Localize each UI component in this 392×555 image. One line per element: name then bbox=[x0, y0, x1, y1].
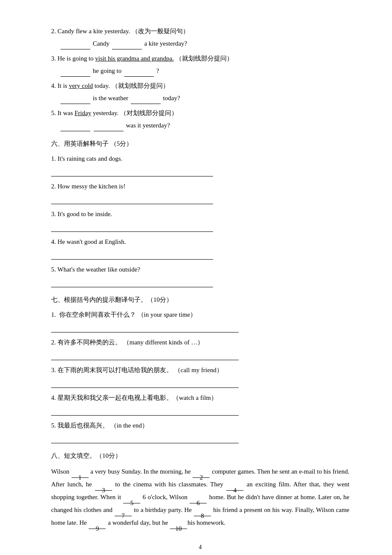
section-8: 八、短文填空。（10分） Wilson 1 a very busy Sunday… bbox=[51, 450, 349, 529]
blank-1: 1 bbox=[72, 471, 89, 478]
q4-answer: is the weather today? bbox=[60, 92, 349, 104]
blank-9: 9 bbox=[89, 522, 106, 529]
blank-6: 6 bbox=[190, 497, 207, 503]
section-7-header: 七、根据括号内的提示翻译句子。（10分） bbox=[51, 294, 349, 306]
q2-blank2 bbox=[112, 43, 142, 49]
s6-q1-text: 1. It's raining cats and dogs. bbox=[51, 155, 122, 162]
s6-q3: 3. It's good to be inside. bbox=[51, 208, 349, 232]
q5-underlined: Friday bbox=[75, 110, 91, 116]
blank-2: 2 bbox=[193, 471, 210, 478]
question-3: 3. He is going to visit his grandma and … bbox=[51, 53, 349, 77]
passage: Wilson 1 a very busy Sunday. In the morn… bbox=[51, 465, 349, 529]
s7-q2: 2. 有许多不同种类的云。 （many different kinds of …… bbox=[51, 337, 349, 360]
q2-answer: Candy a kite yesterday? bbox=[60, 38, 349, 49]
q5-text: 5. It was Friday yesterday. （对划线部分提问） bbox=[51, 107, 349, 119]
q4-underlined: very cold bbox=[69, 82, 93, 89]
blank-7: 7 bbox=[115, 509, 132, 516]
q4-blank2 bbox=[131, 97, 161, 104]
s7-q1-answer-line bbox=[51, 322, 239, 332]
s7-q5: 5. 我最后也很高兴。 （in the end） bbox=[51, 420, 349, 443]
q2-text: 2. Candy flew a kite yesterday. （改为一般疑问句… bbox=[51, 26, 349, 37]
s6-q4: 4. He wasn't good at English. bbox=[51, 236, 349, 260]
question-4: 4. It is very cold today. （就划线部分提问） is t… bbox=[51, 80, 349, 104]
s7-q5-answer-line bbox=[51, 433, 239, 443]
s7-q3: 3. 在下雨的周末我可以打电话给我的朋友。 （call my friend） bbox=[51, 364, 349, 388]
question-5: 5. It was Friday yesterday. （对划线部分提问） wa… bbox=[51, 107, 349, 131]
section-6-header: 六、用英语解释句子 （5分） bbox=[51, 138, 349, 150]
q3-answer: he going to ? bbox=[60, 65, 349, 77]
q3-blank2 bbox=[124, 70, 154, 77]
s6-q1-answer-line bbox=[51, 166, 213, 176]
q5-blank1 bbox=[61, 124, 90, 131]
s7-q2-text: 2. 有许多不同种类的云。 （many different kinds of …… bbox=[51, 339, 204, 346]
blank-8: 8 bbox=[194, 509, 211, 516]
blank-5: 5 bbox=[123, 497, 140, 503]
s7-q3-answer-line bbox=[51, 378, 239, 388]
s7-q5-text: 5. 我最后也很高兴。 （in the end） bbox=[51, 422, 148, 429]
s6-q4-answer-line bbox=[51, 249, 213, 260]
s6-q2-text: 2. How messy the kitchen is! bbox=[51, 183, 125, 190]
s7-q4-text: 4. 星期天我和我父亲一起在电视上看电影。（watch a film） bbox=[51, 394, 217, 401]
s6-q5-answer-line bbox=[51, 277, 213, 287]
q3-underlined: visit his grandma and grandpa. bbox=[95, 55, 174, 62]
q4-blank1 bbox=[61, 97, 90, 104]
s6-q5-text: 5. What's the weather like outside? bbox=[51, 266, 140, 273]
s6-q3-answer-line bbox=[51, 222, 213, 232]
section-6: 六、用英语解释句子 （5分） 1. It's raining cats and … bbox=[51, 138, 349, 287]
q3-text: 3. He is going to visit his grandma and … bbox=[51, 53, 349, 64]
blank-4: 4 bbox=[226, 484, 243, 491]
blank-3: 3 bbox=[95, 484, 112, 491]
s6-q5: 5. What's the weather like outside? bbox=[51, 264, 349, 287]
q3-blank1 bbox=[61, 70, 90, 77]
page-number: 4 bbox=[51, 542, 349, 552]
s6-q2-answer-line bbox=[51, 194, 213, 204]
section-7: 七、根据括号内的提示翻译句子。（10分） 1. 你在空余时间喜欢干什么？ （in… bbox=[51, 294, 349, 443]
s7-q2-answer-line bbox=[51, 350, 239, 360]
q5-blank2 bbox=[94, 124, 124, 131]
section-8-header: 八、短文填空。（10分） bbox=[51, 450, 349, 462]
blank-10: 10 bbox=[170, 522, 187, 529]
questions-section: 2. Candy flew a kite yesterday. （改为一般疑问句… bbox=[51, 26, 349, 131]
s7-q4-answer-line bbox=[51, 405, 239, 416]
s7-q1: 1. 你在空余时间喜欢干什么？ （in your spare time） bbox=[51, 309, 349, 332]
s6-q3-text: 3. It's good to be inside. bbox=[51, 211, 112, 217]
s6-q2: 2. How messy the kitchen is! bbox=[51, 181, 349, 204]
q4-text: 4. It is very cold today. （就划线部分提问） bbox=[51, 80, 349, 92]
s7-q1-text: 1. 你在空余时间喜欢干什么？ （in your spare time） bbox=[51, 311, 196, 318]
s7-q4: 4. 星期天我和我父亲一起在电视上看电影。（watch a film） bbox=[51, 392, 349, 416]
q2-blank1 bbox=[61, 43, 90, 49]
q5-answer: was it yesterday? bbox=[60, 120, 349, 131]
s7-q3-text: 3. 在下雨的周末我可以打电话给我的朋友。 （call my friend） bbox=[51, 367, 223, 373]
s6-q1: 1. It's raining cats and dogs. bbox=[51, 153, 349, 176]
s6-q4-text: 4. He wasn't good at English. bbox=[51, 238, 126, 245]
question-2: 2. Candy flew a kite yesterday. （改为一般疑问句… bbox=[51, 26, 349, 49]
